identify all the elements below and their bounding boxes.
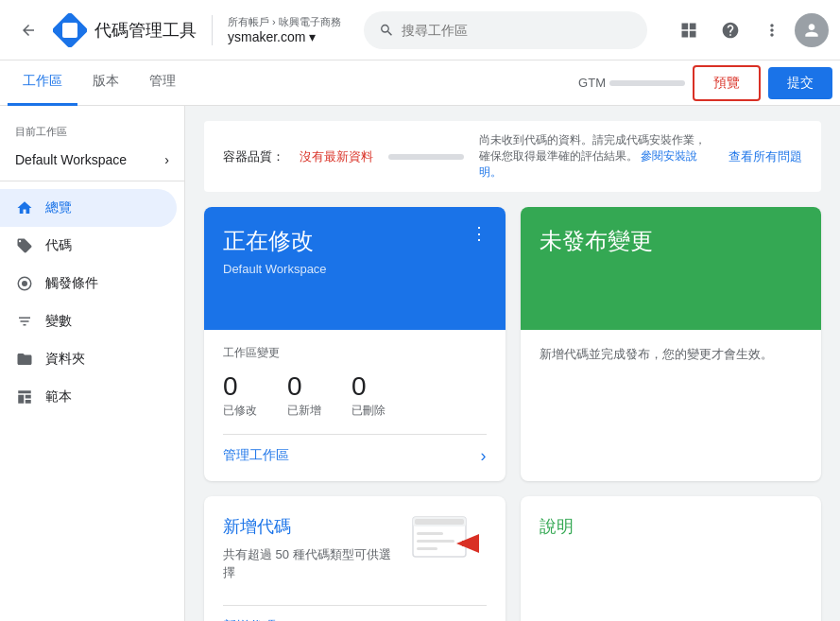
tag-icon xyxy=(15,236,34,255)
help-icon-button[interactable] xyxy=(711,11,749,49)
manage-workspace-link[interactable]: 管理工作區 › xyxy=(223,434,487,466)
sidebar-item-triggers[interactable]: 觸發條件 xyxy=(0,265,177,302)
variable-icon xyxy=(15,312,34,331)
domain-name: ysmaker.com xyxy=(228,29,305,44)
account-info: 所有帳戶 › 咏興電子商務 ysmaker.com ▾ xyxy=(228,15,341,44)
stat-deleted-value: 0 xyxy=(351,371,386,403)
help-title: 說明 xyxy=(540,515,803,538)
help-card: 說明 編輯說明 › xyxy=(521,496,822,621)
workspace-name: Default Workspace xyxy=(15,152,127,167)
workspace-selector[interactable]: Default Workspace › xyxy=(4,147,180,173)
chevron-down-icon: ▾ xyxy=(309,29,316,44)
sidebar-item-variables[interactable]: 變數 xyxy=(0,302,177,340)
gtm-progress-bar xyxy=(609,80,685,86)
template-icon xyxy=(15,388,34,406)
svg-point-3 xyxy=(22,281,27,286)
chevron-right-icon: › xyxy=(481,446,487,466)
tag-illustration-svg xyxy=(411,515,487,572)
app-logo: 代碼管理工具 xyxy=(53,13,197,47)
person-icon xyxy=(802,21,821,40)
search-input[interactable] xyxy=(402,23,632,38)
submit-button[interactable]: 提交 xyxy=(768,67,832,99)
home-icon xyxy=(15,198,34,217)
new-tag-card: 新增代碼 共有超過 50 種代碼類型可供選擇 xyxy=(204,496,506,621)
quality-bar: 容器品質： 沒有最新資料 尚未收到代碼的資料。請完成代碼安裝作業，確保您取得最準… xyxy=(204,121,821,192)
help-card-body: 說明 編輯說明 › xyxy=(521,496,822,621)
workspace-card-title: 正在修改 xyxy=(223,226,487,256)
stat-modified: 0 已修改 xyxy=(223,371,257,419)
quality-view-all-link[interactable]: 查看所有問題 xyxy=(729,148,802,165)
sidebar-item-folders[interactable]: 資料夾 xyxy=(0,340,177,378)
topbar-actions xyxy=(670,11,829,49)
more-vert-icon xyxy=(763,21,781,40)
unpublished-card: 未發布變更 新增代碼並完成發布，您的變更才會生效。 xyxy=(521,207,822,481)
quality-status: 沒有最新資料 xyxy=(300,148,373,165)
quality-description: 尚未收到代碼的資料。請完成代碼安裝作業，確保您取得最準確的評估結果。 參閱安裝說… xyxy=(479,132,713,181)
quality-label: 容器品質： xyxy=(223,148,284,165)
nav-tabs: 工作區 版本 管理 GTM 預覽 提交 xyxy=(0,60,840,106)
workspace-chevron-icon: › xyxy=(164,152,169,167)
unpublished-card-body: 新增代碼並完成發布，您的變更才會生效。 xyxy=(521,330,822,380)
search-bar[interactable] xyxy=(364,11,647,49)
help-icon xyxy=(721,21,740,40)
workspace-card-header: ⋮ 正在修改 Default Workspace xyxy=(204,207,506,330)
sidebar-workspace-label: 目前工作區 xyxy=(0,113,184,147)
gtm-text: GTM xyxy=(578,76,606,90)
stat-modified-label: 已修改 xyxy=(223,403,257,419)
nav-right: GTM 預覽 提交 xyxy=(578,65,832,101)
sidebar: 目前工作區 Default Workspace › 總覽 代碼 觸發條件 xyxy=(0,106,185,621)
stat-added-value: 0 xyxy=(287,371,321,403)
new-tag-chevron-icon: › xyxy=(481,617,487,621)
tag-illustration xyxy=(411,515,487,572)
svg-rect-1 xyxy=(62,23,77,38)
workspace-section-label: 工作區變更 xyxy=(223,345,487,361)
unpublished-card-header: 未發布變更 xyxy=(521,207,822,330)
trigger-icon xyxy=(15,274,34,293)
topbar-divider xyxy=(212,15,213,45)
sidebar-item-label-templates: 範本 xyxy=(45,388,72,405)
sidebar-item-label-overview: 總覽 xyxy=(45,199,72,216)
sidebar-item-label-variables: 變數 xyxy=(45,313,72,330)
svg-rect-9 xyxy=(417,547,437,550)
svg-rect-6 xyxy=(415,519,464,525)
preview-button[interactable]: 預覽 xyxy=(693,65,761,101)
stat-modified-value: 0 xyxy=(223,371,257,403)
new-tag-title: 新增代碼 xyxy=(223,515,396,538)
workspace-menu-button[interactable]: ⋮ xyxy=(464,218,494,249)
cards-grid: ⋮ 正在修改 Default Workspace 工作區變更 0 已修改 0 已… xyxy=(204,207,821,621)
tab-workspace[interactable]: 工作區 xyxy=(8,60,77,106)
tab-version[interactable]: 版本 xyxy=(77,60,134,106)
new-tag-link[interactable]: 新增代碼 › xyxy=(223,605,487,621)
sidebar-item-label-triggers: 觸發條件 xyxy=(45,275,98,292)
svg-rect-8 xyxy=(417,540,454,543)
quality-progress-bar xyxy=(388,154,464,160)
search-icon xyxy=(379,22,394,39)
sidebar-divider xyxy=(0,181,184,181)
workspace-card-subtitle: Default Workspace xyxy=(223,262,487,276)
sidebar-item-overview[interactable]: 總覽 xyxy=(0,189,177,227)
sidebar-item-label-tags: 代碼 xyxy=(45,237,72,254)
stat-deleted-label: 已刪除 xyxy=(351,403,386,419)
more-icon-button[interactable] xyxy=(753,11,791,49)
stat-deleted: 0 已刪除 xyxy=(351,371,386,419)
svg-rect-7 xyxy=(417,532,443,535)
grid-icon xyxy=(679,21,698,40)
stat-added-label: 已新增 xyxy=(287,403,321,419)
main-layout: 目前工作區 Default Workspace › 總覽 代碼 觸發條件 xyxy=(0,106,840,621)
new-tag-desc: 共有超過 50 種代碼類型可供選擇 xyxy=(223,545,396,582)
manage-workspace-label: 管理工作區 xyxy=(223,447,289,464)
app-title: 代碼管理工具 xyxy=(94,19,197,42)
sidebar-item-tags[interactable]: 代碼 xyxy=(0,227,177,265)
grid-icon-button[interactable] xyxy=(670,11,708,49)
stat-added: 0 已新增 xyxy=(287,371,321,419)
tab-admin[interactable]: 管理 xyxy=(134,60,191,106)
stats-row: 0 已修改 0 已新增 0 已刪除 xyxy=(223,371,487,419)
avatar[interactable] xyxy=(795,13,829,47)
new-tag-card-content: 新增代碼 共有超過 50 種代碼類型可供選擇 xyxy=(204,496,506,621)
topbar: 代碼管理工具 所有帳戶 › 咏興電子商務 ysmaker.com ▾ xyxy=(0,0,840,60)
back-button[interactable] xyxy=(11,13,45,47)
sidebar-item-templates[interactable]: 範本 xyxy=(0,378,177,416)
workspace-card: ⋮ 正在修改 Default Workspace 工作區變更 0 已修改 0 已… xyxy=(204,207,506,481)
sidebar-item-label-folders: 資料夾 xyxy=(45,351,85,368)
domain-selector[interactable]: ysmaker.com ▾ xyxy=(228,29,341,44)
